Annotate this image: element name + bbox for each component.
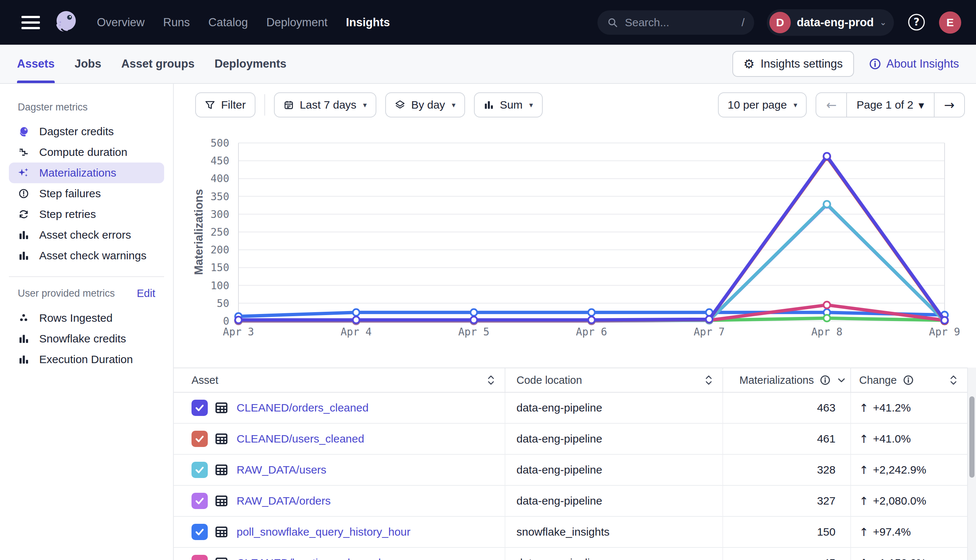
table-row: RAW_DATA/users data-eng-pipeline 328 ↑ +… <box>174 455 967 486</box>
info-icon <box>820 375 831 386</box>
nav-link-insights[interactable]: Insights <box>346 16 390 29</box>
asset-link[interactable]: poll_snowflake_query_history_hour <box>237 526 410 538</box>
sidebar-item-asset-check-errors[interactable]: Asset check errors <box>9 225 164 245</box>
svg-text:Apr 7: Apr 7 <box>694 326 725 338</box>
sidebar-item-label: Execution Duration <box>39 353 133 366</box>
nav-link-deployment[interactable]: Deployment <box>266 16 327 29</box>
row-checkbox[interactable] <box>192 400 208 416</box>
edit-metrics-link[interactable]: Edit <box>137 287 155 300</box>
column-header-code-location[interactable]: Code location <box>505 368 722 392</box>
chevron-down-icon: ⌄ <box>880 18 887 27</box>
layers-icon <box>395 100 405 110</box>
nav-link-runs[interactable]: Runs <box>163 16 190 29</box>
row-checkbox[interactable] <box>192 462 208 478</box>
dagster-metrics-heading: Dagster metrics <box>18 102 173 113</box>
sidebar-item-label: Step failures <box>39 187 101 200</box>
filter-label: Filter <box>221 98 246 111</box>
page-label: Page 1 of 2 <box>857 98 913 111</box>
column-header-change[interactable]: Change <box>850 368 967 392</box>
row-checkbox[interactable] <box>192 431 208 447</box>
sidebar-item-label: Rows Ingested <box>39 312 112 324</box>
asset-link[interactable]: CLEANED/orders_cleaned <box>237 402 369 414</box>
row-checkbox[interactable] <box>192 524 208 540</box>
row-checkbox[interactable] <box>192 493 208 509</box>
sidebar-item-dagster-credits[interactable]: Dagster credits <box>9 121 164 142</box>
svg-text:400: 400 <box>211 173 229 185</box>
table-scrollbar-thumb[interactable] <box>969 397 974 478</box>
user-avatar[interactable]: E <box>939 12 961 33</box>
code-location-cell: data-eng-pipeline <box>505 393 722 423</box>
table-scrollbar-track[interactable] <box>967 368 976 560</box>
main-panel: Filter Last 7 days ▾ <box>174 84 976 560</box>
up-arrow-icon: ↑ <box>859 557 868 560</box>
tab-assets[interactable]: Assets <box>17 45 55 83</box>
aggregation-dropdown[interactable]: Sum ▾ <box>474 92 543 117</box>
about-insights-link[interactable]: About Insights <box>869 57 959 70</box>
table-row: poll_snowflake_query_history_hour snowfl… <box>174 517 967 548</box>
bar-chart-icon <box>18 250 30 261</box>
page-selector-dropdown[interactable]: Page 1 of 2 ▾ <box>846 93 934 117</box>
per-page-dropdown[interactable]: 10 per page ▾ <box>718 92 807 117</box>
metrics-sidebar: Dagster metrics Dagster credits <box>0 84 174 560</box>
sidebar-item-step-retries[interactable]: Step retries <box>9 204 164 225</box>
materializations-cell: 45 <box>722 548 850 560</box>
help-button[interactable]: ? <box>906 13 926 33</box>
chevron-down-icon: ▾ <box>793 100 797 109</box>
asset-link[interactable]: RAW_DATA/users <box>237 463 326 476</box>
up-arrow-icon: ↑ <box>859 495 868 508</box>
assets-table: Asset Code location Materializations Cha… <box>174 368 967 560</box>
insights-settings-button[interactable]: ⚙ Insights settings <box>732 51 854 77</box>
svg-text:250: 250 <box>211 226 229 238</box>
search-input[interactable]: Search... / <box>597 10 754 35</box>
chevron-down-icon: ▾ <box>363 100 367 109</box>
sidebar-item-asset-check-warnings[interactable]: Asset check warnings <box>9 245 164 266</box>
sort-icon[interactable] <box>705 375 713 386</box>
change-cell: ↑ +2,080.0% <box>850 486 967 516</box>
top-nav: Overview Runs Catalog Deployment Insight… <box>0 0 976 45</box>
next-page-button[interactable]: → <box>934 93 964 117</box>
column-header-materializations[interactable]: Materializations <box>722 368 850 392</box>
column-header-asset[interactable]: Asset <box>174 368 505 392</box>
tab-asset-groups[interactable]: Asset groups <box>121 45 194 83</box>
sparkles-icon <box>18 167 30 179</box>
sidebar-item-rows-ingested[interactable]: Rows Ingested <box>9 308 164 328</box>
date-range-dropdown[interactable]: Last 7 days ▾ <box>274 92 376 117</box>
asset-link[interactable]: CLEANED/users_cleaned <box>237 433 364 445</box>
sidebar-item-execution-duration[interactable]: Execution Duration <box>9 349 164 370</box>
nav-link-overview[interactable]: Overview <box>97 16 145 29</box>
aggregation-label: Sum <box>500 98 523 111</box>
table-row: CLEANED/orders_cleaned data-eng-pipeline… <box>174 393 967 424</box>
sidebar-item-compute-duration[interactable]: Compute duration <box>9 142 164 163</box>
sidebar-item-materializations[interactable]: Materializations <box>9 163 164 183</box>
svg-text:Apr 4: Apr 4 <box>341 326 371 338</box>
asset-link[interactable]: CLEANED/locations_cleaned <box>237 557 381 560</box>
materializations-cell: 461 <box>722 424 850 454</box>
dagster-logo-icon[interactable] <box>50 7 80 38</box>
org-switcher[interactable]: D data-eng-prod ⌄ <box>767 9 894 36</box>
group-by-dropdown[interactable]: By day ▾ <box>385 92 465 117</box>
svg-text:Apr 9: Apr 9 <box>929 326 960 338</box>
user-metrics-heading: User provided metrics <box>18 288 115 299</box>
sort-icon[interactable] <box>487 375 495 386</box>
tab-jobs[interactable]: Jobs <box>75 45 101 83</box>
filter-icon <box>205 100 215 110</box>
materializations-cell: 150 <box>722 517 850 547</box>
nav-link-catalog[interactable]: Catalog <box>209 16 248 29</box>
hamburger-menu-icon[interactable] <box>22 16 40 29</box>
asset-link[interactable]: RAW_DATA/orders <box>237 495 331 507</box>
svg-text:?: ? <box>914 16 919 28</box>
chevron-down-icon: ▾ <box>530 100 533 109</box>
sidebar-item-step-failures[interactable]: Step failures <box>9 183 164 204</box>
prev-page-button[interactable]: ← <box>816 93 846 117</box>
svg-text:150: 150 <box>211 262 229 274</box>
svg-text:Apr 8: Apr 8 <box>812 326 842 338</box>
sort-icon[interactable] <box>949 375 958 386</box>
sub-nav: Assets Jobs Asset groups Deployments ⚙ I… <box>0 45 976 84</box>
sidebar-item-snowflake-credits[interactable]: Snowflake credits <box>9 328 164 349</box>
row-checkbox[interactable] <box>192 555 208 560</box>
org-avatar: D <box>769 12 791 33</box>
table-grid-icon <box>214 432 229 446</box>
svg-text:50: 50 <box>217 297 229 310</box>
filter-button[interactable]: Filter <box>195 92 256 117</box>
tab-deployments[interactable]: Deployments <box>214 45 286 83</box>
